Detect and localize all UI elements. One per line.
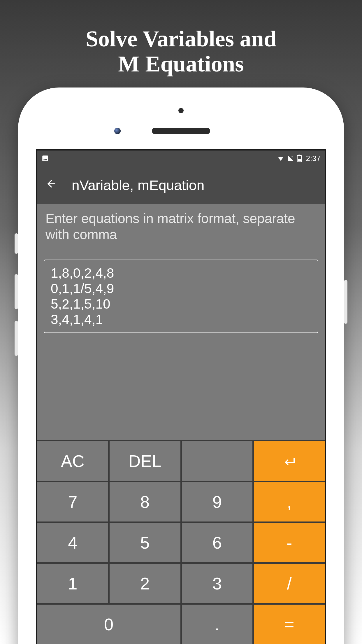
wifi-icon: [277, 155, 285, 162]
promo-title: Solve Variables and M Equations: [0, 26, 362, 76]
promo-line1: Solve Variables and: [0, 26, 362, 51]
battery-icon: [297, 155, 302, 162]
key-6[interactable]: 6: [182, 523, 253, 562]
key-divide[interactable]: /: [254, 564, 325, 603]
app-bar: nVariable, mEquation: [37, 166, 325, 204]
key-del[interactable]: DEL: [110, 441, 180, 481]
back-button[interactable]: [45, 178, 57, 192]
signal-icon: x: [287, 155, 295, 162]
key-2[interactable]: 2: [110, 564, 180, 603]
svg-rect-3: [298, 159, 301, 162]
status-bar: x 2:37: [37, 150, 325, 166]
key-5[interactable]: 5: [110, 523, 180, 562]
key-0[interactable]: 0: [37, 605, 180, 644]
key-comma[interactable]: ,: [254, 482, 325, 522]
screen: x 2:37 nVariable, mEquation Enter equati…: [36, 149, 326, 644]
key-9[interactable]: 9: [182, 482, 253, 522]
instruction-text: Enter equations in matrix format, separa…: [37, 204, 325, 251]
keypad: AC DEL 7 8 9 , 4 5 6 - 1 2 3 / 0 . =: [37, 440, 325, 644]
phone-camera: [114, 128, 121, 134]
key-ac[interactable]: AC: [37, 441, 108, 481]
phone-sensor-dot: [178, 108, 184, 113]
key-1[interactable]: 1: [37, 564, 108, 603]
key-minus[interactable]: -: [254, 523, 325, 562]
key-equals[interactable]: =: [254, 605, 325, 644]
phone-side-button: [15, 233, 18, 254]
phone-side-button: [15, 274, 18, 309]
key-enter[interactable]: [254, 441, 325, 481]
svg-text:x: x: [292, 155, 294, 158]
key-8[interactable]: 8: [110, 482, 180, 522]
key-dot[interactable]: .: [182, 605, 253, 644]
svg-rect-2: [299, 155, 301, 155]
key-empty: [182, 441, 253, 481]
phone-side-button: [344, 280, 347, 324]
promo-line2: M Equations: [0, 51, 362, 76]
phone-speaker: [152, 128, 210, 134]
image-icon: [41, 155, 49, 162]
status-clock: 2:37: [306, 154, 321, 163]
key-4[interactable]: 4: [37, 523, 108, 562]
key-7[interactable]: 7: [37, 482, 108, 522]
page-title: nVariable, mEquation: [72, 177, 204, 193]
phone-frame: x 2:37 nVariable, mEquation Enter equati…: [18, 88, 344, 644]
key-3[interactable]: 3: [182, 564, 253, 603]
matrix-input[interactable]: 1,8,0,2,4,8 0,1,1/5,4,9 5,2,1,5,10 3,4,1…: [44, 260, 318, 333]
phone-side-button: [15, 321, 18, 356]
